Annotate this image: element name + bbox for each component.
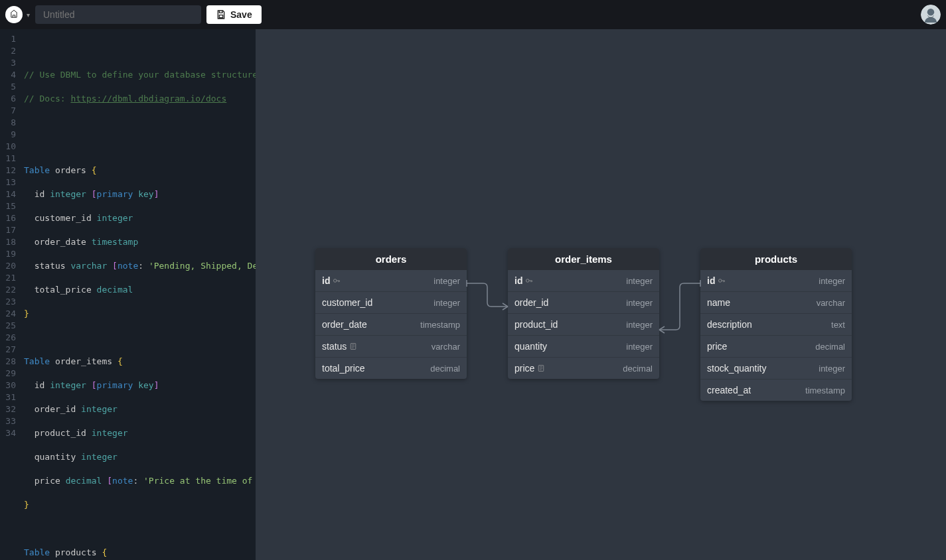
code-editor[interactable]: 1234567891011121314151617181920212223242… — [0, 29, 256, 560]
save-button[interactable]: Save — [206, 5, 262, 24]
column-name: description — [707, 319, 752, 330]
key-icon — [718, 277, 726, 285]
column-name: stock_quantity — [707, 363, 767, 374]
table-row[interactable]: customer_idinteger — [315, 291, 467, 313]
table-orders-header: orders — [315, 248, 467, 270]
note-icon — [349, 342, 357, 350]
user-avatar[interactable] — [921, 5, 941, 25]
svg-point-3 — [334, 279, 337, 283]
table-row[interactable]: id integer — [508, 270, 659, 291]
table-row[interactable]: namevarchar — [700, 291, 852, 313]
column-type: integer — [626, 276, 653, 286]
table-row[interactable]: id integer — [315, 270, 467, 291]
svg-line-18 — [659, 326, 665, 330]
table-products[interactable]: products id integernamevarchardescriptio… — [700, 248, 852, 401]
logo-dropdown-chevron-icon[interactable]: ▾ — [27, 11, 30, 19]
table-row[interactable]: descriptiontext — [700, 313, 852, 335]
table-row[interactable]: order_datetimestamp — [315, 313, 467, 335]
column-name: customer_id — [322, 297, 372, 308]
key-icon — [525, 277, 533, 285]
column-type: timestamp — [805, 385, 845, 395]
table-orders[interactable]: orders id integercustomer_idintegerorder… — [315, 248, 467, 379]
column-type: decimal — [815, 342, 845, 352]
column-name: created_at — [707, 385, 751, 395]
column-name: order_date — [322, 319, 367, 330]
column-name: quantity — [514, 341, 547, 352]
table-row[interactable]: pricedecimal — [700, 335, 852, 357]
diagram-title-input[interactable] — [35, 5, 201, 24]
column-type: varchar — [817, 298, 845, 308]
column-name: name — [707, 297, 730, 308]
column-type: integer — [434, 298, 460, 308]
column-name: order_id — [514, 297, 548, 308]
svg-point-8 — [526, 279, 530, 283]
column-type: integer — [626, 320, 653, 330]
relation-order-items-to-orders — [467, 280, 508, 313]
relation-order-items-to-products — [659, 280, 700, 333]
column-type: text — [831, 320, 845, 330]
column-type: decimal — [623, 364, 653, 374]
column-name: price — [707, 341, 727, 352]
column-type: integer — [434, 276, 460, 286]
table-row[interactable]: order_idinteger — [508, 291, 659, 313]
column-type: varchar — [432, 342, 460, 352]
table-row[interactable]: status varchar — [315, 335, 467, 357]
column-name: id — [322, 275, 341, 286]
column-type: decimal — [430, 364, 460, 374]
table-order-items[interactable]: order_items id integerorder_idintegerpro… — [508, 248, 659, 379]
table-row[interactable]: stock_quantityinteger — [700, 357, 852, 379]
table-row[interactable]: price decimal — [508, 357, 659, 379]
table-row[interactable]: product_idinteger — [508, 313, 659, 335]
table-row[interactable]: quantityinteger — [508, 335, 659, 357]
column-type: timestamp — [420, 320, 460, 330]
column-type: integer — [819, 276, 845, 286]
column-name: status — [322, 341, 357, 352]
column-type: integer — [626, 342, 653, 352]
column-name: total_price — [322, 363, 365, 374]
line-number-gutter: 1234567891011121314151617181920212223242… — [0, 29, 21, 560]
column-name: id — [707, 275, 726, 286]
column-type: integer — [626, 298, 653, 308]
svg-point-13 — [719, 279, 722, 283]
column-name: price — [514, 363, 545, 374]
svg-line-19 — [659, 330, 665, 333]
table-order-items-header: order_items — [508, 248, 659, 270]
table-row[interactable]: total_pricedecimal — [315, 357, 467, 379]
app-logo[interactable] — [5, 6, 23, 23]
column-name: product_id — [514, 319, 558, 330]
svg-line-16 — [503, 307, 508, 310]
diagram-canvas[interactable]: orders id integercustomer_idintegerorder… — [256, 29, 946, 560]
svg-point-2 — [927, 9, 935, 16]
note-icon — [537, 364, 545, 372]
code-content[interactable]: // Use DBML to define your database stru… — [21, 29, 256, 560]
table-row[interactable]: id integer — [700, 270, 852, 291]
table-row[interactable]: created_attimestamp — [700, 379, 852, 401]
table-products-header: products — [700, 248, 852, 270]
svg-line-15 — [503, 303, 508, 307]
topbar: ▾ Save — [0, 0, 946, 29]
save-button-label: Save — [230, 9, 252, 20]
column-type: integer — [819, 364, 845, 374]
key-icon — [333, 277, 341, 285]
save-icon — [216, 9, 226, 20]
column-name: id — [514, 275, 533, 286]
